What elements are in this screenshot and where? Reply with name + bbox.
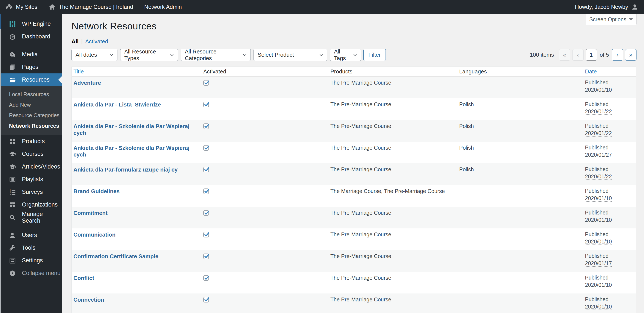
sidebar-item-label: Settings — [22, 257, 43, 264]
resource-title-link[interactable]: Connection — [74, 296, 104, 303]
next-page-button[interactable]: › — [612, 49, 623, 60]
sidebar-item-media[interactable]: Media — [0, 48, 62, 61]
sidebar-item-label: Manage Search — [22, 211, 62, 224]
first-page-button: « — [559, 49, 570, 60]
resource-title-link[interactable]: Ankieta dla Par-formularz uzupe niaj cy — [74, 166, 178, 173]
sidebar-item-products[interactable]: Products — [0, 135, 62, 148]
caret-down-icon — [629, 18, 633, 20]
sidebar-item-users[interactable]: Users — [0, 229, 62, 242]
cell-languages — [458, 250, 583, 272]
screen-options-button[interactable]: Screen Options — [586, 14, 636, 25]
sidebar-item-pages[interactable]: Pages — [0, 61, 62, 74]
resource-title-link[interactable]: Communication — [74, 232, 116, 238]
filter-button[interactable]: Filter — [364, 49, 386, 61]
publish-status: Published — [585, 274, 636, 281]
cell-languages — [458, 207, 583, 228]
resource-title-link[interactable]: Confirmation Certificate Sample — [74, 253, 158, 260]
sidebar-item-articles-videos[interactable]: Articles/Videos — [0, 160, 62, 173]
activated-checkbox[interactable] — [203, 102, 209, 107]
filter-select-all-resource-types[interactable]: All Resource Types — [120, 49, 178, 61]
submenu-item-add-new[interactable]: Add New — [0, 100, 62, 110]
column-header-products: Products — [329, 67, 458, 76]
activated-checkbox[interactable] — [203, 145, 209, 151]
submenu-item-network-resources[interactable]: Network Resources — [0, 121, 62, 131]
cell-date: Published2020/01/10 — [583, 185, 636, 207]
filter-select-all-tags[interactable]: All Tags — [330, 49, 361, 61]
prev-page-button: ‹ — [572, 49, 584, 60]
activated-checkbox[interactable] — [203, 297, 209, 302]
resource-title-link[interactable]: Conflict — [74, 275, 94, 281]
cell-products: The Pre-Marriage Course — [329, 250, 458, 272]
my-sites-menu[interactable]: My Sites — [0, 0, 43, 14]
cell-languages — [458, 77, 583, 98]
sidebar-item-courses[interactable]: Courses — [0, 148, 62, 160]
sidebar-item-dashboard[interactable]: Dashboard — [0, 30, 62, 43]
publish-date: 2020/01/10 — [585, 282, 612, 288]
sidebar-item-tools[interactable]: Tools — [0, 242, 62, 254]
select-value: Select Product — [258, 52, 294, 58]
cell-activated — [202, 207, 329, 228]
cell-languages — [458, 228, 583, 250]
howdy-text: Howdy, Jacob Newby — [575, 4, 628, 10]
filter-select-select-product[interactable]: Select Product — [254, 49, 327, 61]
cell-products: The Pre-Marriage Course — [329, 228, 458, 250]
activated-checkbox[interactable] — [203, 232, 209, 238]
publish-status: Published — [585, 166, 636, 173]
tab-activated[interactable]: Activated — [85, 38, 108, 45]
filter-select-all-dates[interactable]: All dates — [72, 49, 118, 61]
resource-title-link[interactable]: Commitment — [74, 210, 108, 216]
column-header-date[interactable]: Date — [583, 67, 636, 76]
current-page-input[interactable] — [586, 49, 597, 60]
sidebar-item-wp-engine[interactable]: WP Engine — [0, 18, 62, 30]
sidebar-item-surveys[interactable]: 123Surveys — [0, 186, 62, 198]
resource-title-link[interactable]: Ankieta dla Par - Szkolenie dla Par Wspi… — [74, 145, 189, 158]
sidebar-item-playlists[interactable]: Playlists — [0, 173, 62, 186]
user-icon — [631, 3, 638, 10]
tab-all[interactable]: All — [72, 38, 78, 45]
sidebar-item-manage-search[interactable]: Manage Search — [0, 211, 62, 224]
table-row: CommitmentThe Pre-Marriage CoursePublish… — [72, 207, 636, 228]
sidebar-item-label: Media — [22, 51, 38, 58]
publish-status: Published — [585, 296, 636, 303]
submenu-item-resource-categories[interactable]: Resource Categories — [0, 110, 62, 121]
sidebar-item-label: Dashboard — [22, 33, 50, 40]
sidebar-separator — [0, 43, 62, 48]
resource-title-link[interactable]: Adventure — [74, 80, 101, 86]
filter-select-all-resource-categories[interactable]: All Resource Categories — [181, 49, 251, 61]
activated-checkbox[interactable] — [203, 254, 209, 259]
table-row: Ankieta dla Par-formularz uzupe niaj cyT… — [72, 163, 636, 185]
sidebar-item-resources[interactable]: Resources — [0, 74, 62, 86]
chevron-down-icon — [242, 52, 247, 57]
publish-status: Published — [585, 209, 636, 216]
cell-activated — [202, 250, 329, 272]
last-page-button[interactable]: » — [625, 49, 636, 60]
resource-title-link[interactable]: Brand Guidelines — [74, 188, 120, 194]
publish-status: Published — [585, 252, 636, 260]
publish-status: Published — [585, 100, 636, 108]
wp-engine-icon — [9, 20, 16, 28]
publish-date: 2020/01/22 — [585, 130, 612, 136]
sidebar-item-organizations[interactable]: Organizations — [0, 198, 62, 211]
table-row: Ankieta dla Par - Szkolenie dla Par Wspi… — [72, 142, 636, 163]
window-edge-artifact-blue — [0, 14, 1, 29]
sidebar-item-settings[interactable]: Settings — [0, 254, 62, 267]
current-site-menu[interactable]: The Marriage Course | Ireland — [43, 0, 139, 14]
pagination: 100 items « ‹ of 5 › » — [530, 49, 636, 60]
activated-checkbox[interactable] — [203, 210, 209, 216]
chevron-down-icon — [319, 52, 324, 57]
column-header-title[interactable]: Title — [72, 67, 202, 76]
cell-products: The Pre-Marriage Course — [329, 142, 458, 163]
cell-languages: Polish — [458, 98, 583, 120]
network-admin-menu[interactable]: Network Admin — [139, 0, 188, 14]
resource-title-link[interactable]: Ankieta dla Par - Lista_Stwierdze — [74, 101, 161, 108]
activated-checkbox[interactable] — [203, 124, 209, 129]
activated-checkbox[interactable] — [203, 275, 209, 281]
submenu-item-local-resources[interactable]: Local Resources — [0, 89, 62, 100]
account-menu[interactable]: Howdy, Jacob Newby — [569, 0, 644, 14]
activated-checkbox[interactable] — [203, 188, 209, 194]
activated-checkbox[interactable] — [203, 167, 209, 172]
table-row: ConflictThe Pre-Marriage CoursePublished… — [72, 272, 636, 294]
sidebar-item-collapse-menu[interactable]: Collapse menu — [0, 267, 62, 280]
resource-title-link[interactable]: Ankieta dla Par - Szkolenie dla Par Wspi… — [74, 123, 189, 136]
activated-checkbox[interactable] — [203, 80, 209, 86]
